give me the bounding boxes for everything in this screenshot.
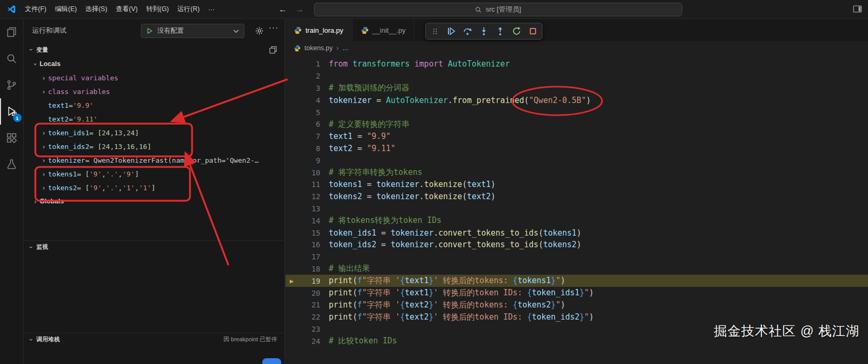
gutter-17[interactable]: 17 — [285, 253, 322, 261]
section-watch[interactable]: › 监视 — [24, 240, 284, 253]
gutter-2[interactable]: 2 — [285, 72, 322, 80]
gutter-19[interactable]: ▶19 — [285, 277, 322, 285]
code-text-8[interactable]: text2 = "9.11" — [322, 144, 395, 153]
variable-tokenizer[interactable]: ›tokenizer = Qwen2TokenizerFast(name_or_… — [24, 153, 284, 167]
chevron-collapsed-icon[interactable]: › — [40, 143, 48, 151]
start-debug-icon[interactable] — [146, 27, 153, 34]
code-text-1[interactable]: from transformers import AutoTokenizer — [322, 59, 510, 69]
code-text-3[interactable]: # 加载预训练的分词器 — [322, 83, 409, 93]
breadcrumb-file[interactable]: tokens.py — [304, 44, 333, 52]
gutter-10[interactable]: 10 — [285, 169, 322, 177]
gutter-16[interactable]: 16 — [285, 240, 322, 249]
code-text-7[interactable]: text1 = "9.9" — [322, 132, 390, 141]
gutter-14[interactable]: 14 — [285, 217, 322, 225]
gutter-21[interactable]: 21 — [285, 301, 322, 309]
gutter-20[interactable]: 20 — [285, 289, 322, 297]
gutter-23[interactable]: 23 — [285, 325, 322, 333]
chevron-collapsed-icon[interactable]: › — [40, 170, 48, 178]
chevron-collapsed-icon[interactable]: › — [40, 184, 48, 192]
forward-arrow-icon[interactable]: → — [295, 5, 304, 14]
gutter-7[interactable]: 7 — [285, 132, 322, 141]
activity-source-control[interactable] — [0, 72, 24, 98]
activity-testing[interactable] — [0, 151, 24, 178]
chevron-collapsed-icon[interactable]: › — [40, 129, 48, 137]
debug-stop-button[interactable] — [528, 25, 538, 38]
gutter-1[interactable]: 1 — [285, 60, 322, 68]
debug-step-out-button[interactable] — [495, 25, 505, 38]
gutter-22[interactable]: 22 — [285, 313, 322, 321]
menu-run[interactable]: 运行(R) — [173, 3, 204, 16]
debug-restart-button[interactable] — [511, 25, 522, 38]
code-text-24[interactable]: # 比较token IDs — [322, 336, 397, 346]
toolbar-gripper-icon[interactable] — [430, 25, 440, 38]
gutter-12[interactable]: 12 — [285, 192, 322, 201]
chevron-collapsed-icon[interactable]: › — [40, 156, 48, 164]
variable-tokens1[interactable]: ›tokens1 = ['9', '.', '9'] — [24, 167, 284, 181]
menu-edit[interactable]: 编辑(E) — [51, 3, 81, 16]
activity-run-and-debug[interactable]: 1 — [0, 98, 24, 125]
code-text-22[interactable]: print(f"字符串 '{text2}' 转换后的token IDs: {to… — [322, 312, 594, 322]
code-line-7: 7text1 = "9.9" — [285, 130, 868, 143]
debug-config-dropdown[interactable]: 没有配置 — [141, 24, 244, 38]
variable-class-variables[interactable]: ›class variables — [24, 85, 284, 98]
gutter-6[interactable]: 6 — [285, 120, 322, 128]
gutter-24[interactable]: 24 — [285, 337, 322, 346]
variable-special-variables[interactable]: ›special variables — [24, 71, 284, 85]
gutter-8[interactable]: 8 — [285, 144, 322, 153]
debug-continue-button[interactable] — [446, 25, 456, 38]
tab-__init__.py[interactable]: __init__.py — [352, 19, 415, 41]
variable-token_ids2[interactable]: ›token_ids2 = [24, 13, 16, 16] — [24, 139, 284, 153]
code-text-19[interactable]: print(f"字符串 '{text1}' 转换后的tokens: {token… — [322, 276, 565, 286]
chevron-collapsed-icon[interactable]: › — [40, 88, 48, 96]
activity-explorer[interactable] — [0, 19, 24, 45]
code-text-20[interactable]: print(f"字符串 '{text1}' 转换后的token IDs: {to… — [322, 288, 594, 298]
gutter-5[interactable]: 5 — [285, 108, 322, 117]
menu-file[interactable]: 文件(F) — [21, 3, 51, 16]
activity-search[interactable] — [0, 45, 24, 72]
breadcrumb[interactable]: tokens.py › … — [285, 41, 868, 55]
code-text-14[interactable]: # 将tokens转换为token IDs — [322, 216, 442, 226]
variable-text2[interactable]: text2 = '9.11' — [24, 112, 284, 126]
back-arrow-icon[interactable]: ← — [279, 5, 287, 14]
menu-selection[interactable]: 选择(S) — [81, 3, 112, 16]
menu-go[interactable]: 转到(G) — [142, 3, 173, 16]
code-text-11[interactable]: tokens1 = tokenizer.tokenize(text1) — [322, 180, 495, 189]
tab-train_lora.py[interactable]: train_lora.py — [285, 19, 352, 41]
code-text-6[interactable]: # 定义要转换的字符串 — [322, 119, 409, 129]
menu-view[interactable]: 查看(V) — [111, 3, 142, 16]
split-editor-icon[interactable] — [269, 46, 277, 54]
debug-step-into-button[interactable] — [479, 25, 489, 38]
more-actions-icon[interactable]: ··· — [269, 23, 279, 33]
variable-tokens2[interactable]: ›tokens2 = ['9', '.', '1', '1'] — [24, 181, 284, 194]
code-text-10[interactable]: # 将字符串转换为tokens — [322, 167, 422, 178]
gutter-9[interactable]: 9 — [285, 156, 322, 165]
section-variables[interactable]: › 变量 — [24, 43, 284, 56]
variable-Globals[interactable]: ›Globals — [24, 194, 284, 208]
debug-step-over-button[interactable] — [462, 25, 473, 38]
layout-toggle-icon[interactable] — [852, 4, 863, 14]
menu-more[interactable]: ··· — [204, 4, 219, 15]
variable-Locals[interactable]: ›Locals — [24, 57, 284, 71]
chevron-collapsed-icon[interactable]: › — [40, 74, 48, 82]
gear-icon[interactable] — [255, 26, 264, 35]
variable-text1[interactable]: text1 = '9.9' — [24, 98, 284, 112]
section-callstack[interactable]: › 调用堆栈 因 breakpoint 已暂停 — [24, 333, 284, 346]
code-text-16[interactable]: token_ids2 = tokenizer.convert_tokens_to… — [322, 240, 581, 249]
gutter-4[interactable]: 4 — [285, 96, 322, 105]
gutter-15[interactable]: 15 — [285, 229, 322, 237]
command-center-search[interactable]: src [管理员] — [314, 3, 682, 16]
code-text-21[interactable]: print(f"字符串 '{text2}' 转换后的tokens: {token… — [322, 300, 565, 310]
code-text-4[interactable]: tokenizer = AutoTokenizer.from_pretraine… — [322, 96, 591, 105]
chevron-collapsed-icon[interactable]: › — [31, 198, 40, 206]
gutter-18[interactable]: 18 — [285, 265, 322, 273]
code-text-15[interactable]: token_ids1 = tokenizer.convert_tokens_to… — [322, 228, 581, 238]
chevron-expanded-icon[interactable]: › — [32, 60, 40, 68]
gutter-3[interactable]: 3 — [285, 84, 322, 92]
code-text-18[interactable]: # 输出结果 — [322, 264, 370, 274]
activity-extensions[interactable] — [0, 125, 24, 151]
breadcrumb-symbol[interactable]: … — [342, 44, 349, 52]
variable-token_ids1[interactable]: ›token_ids1 = [24, 13, 24] — [24, 126, 284, 139]
gutter-11[interactable]: 11 — [285, 180, 322, 189]
code-text-12[interactable]: tokens2 = tokenizer.tokenize(text2) — [322, 192, 495, 201]
gutter-13[interactable]: 13 — [285, 204, 322, 213]
